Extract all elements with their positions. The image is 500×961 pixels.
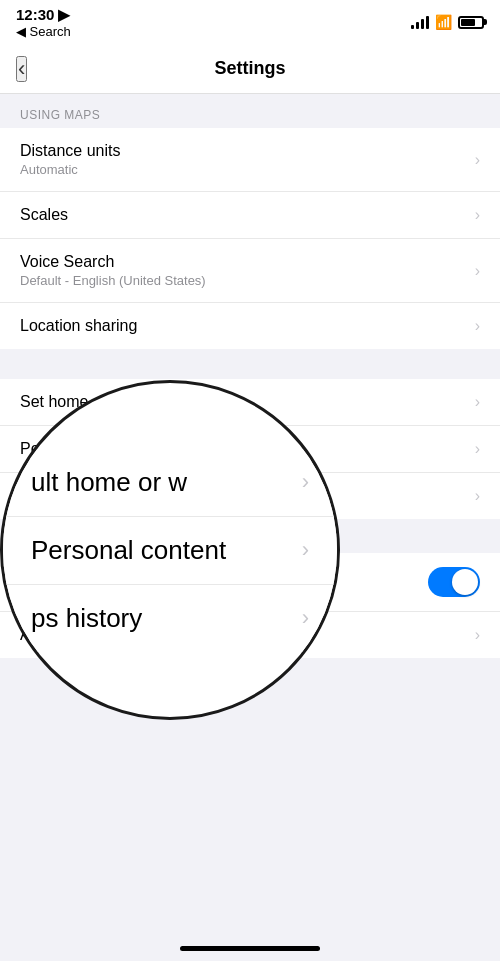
magnified-overlay: ult home or w › Personal content › ps hi…: [0, 380, 340, 720]
location-sharing-title: Location sharing: [20, 317, 137, 335]
mag-home-work-item[interactable]: ult home or w ›: [3, 449, 337, 517]
location-sharing-item[interactable]: Location sharing ›: [0, 303, 500, 349]
wifi-icon: 📶: [435, 14, 452, 30]
battery-icon: [458, 16, 484, 29]
shake-feedback-toggle-container: [428, 567, 480, 597]
status-right: 📶: [411, 14, 484, 30]
chevron-icon: ›: [475, 262, 480, 280]
page-wrapper: 12:30 ▶ ◀ Search 📶 ‹ Settings: [0, 0, 500, 961]
mag-trips-history-item[interactable]: ps history ›: [3, 585, 337, 652]
signal-bars-icon: [411, 15, 429, 29]
time-label: 12:30: [16, 6, 54, 23]
mag-trips-history-title: ps history: [31, 603, 142, 634]
chevron-icon: ›: [475, 317, 480, 335]
chevron-icon: ›: [475, 393, 480, 411]
status-time: 12:30 ▶: [16, 6, 71, 24]
mag-personal-content-item[interactable]: Personal content ›: [3, 517, 337, 585]
status-left: 12:30 ▶ ◀ Search: [16, 6, 71, 39]
home-indicator: [180, 946, 320, 951]
mag-chevron-icon: ›: [302, 537, 309, 563]
page-title: Settings: [214, 58, 285, 79]
using-maps-header: USING MAPS: [0, 94, 500, 128]
status-bar: 12:30 ▶ ◀ Search 📶: [0, 0, 500, 44]
chevron-icon: ›: [475, 206, 480, 224]
chevron-icon: ›: [475, 440, 480, 458]
location-icon: ▶: [58, 6, 70, 24]
toggle-knob: [452, 569, 478, 595]
chevron-icon: ›: [475, 151, 480, 169]
using-maps-card: Distance units Automatic › Scales › Voic…: [0, 128, 500, 349]
mag-personal-content-title: Personal content: [31, 535, 226, 566]
mag-chevron-icon: ›: [302, 469, 309, 495]
voice-search-title: Voice Search: [20, 253, 206, 271]
chevron-icon: ›: [475, 626, 480, 644]
scales-item[interactable]: Scales ›: [0, 192, 500, 239]
back-to-search[interactable]: ◀ Search: [16, 24, 71, 39]
voice-search-item[interactable]: Voice Search Default - English (United S…: [0, 239, 500, 303]
nav-bar: ‹ Settings: [0, 44, 500, 94]
distance-units-subtitle: Automatic: [20, 162, 121, 177]
distance-units-title: Distance units: [20, 142, 121, 160]
scales-title: Scales: [20, 206, 68, 224]
back-button[interactable]: ‹: [16, 56, 27, 82]
section-gap-1: [0, 349, 500, 379]
distance-units-item[interactable]: Distance units Automatic ›: [0, 128, 500, 192]
mag-home-work-title: ult home or w: [31, 467, 187, 498]
voice-search-subtitle: Default - English (United States): [20, 273, 206, 288]
chevron-icon: ›: [475, 487, 480, 505]
mag-chevron-icon: ›: [302, 605, 309, 631]
shake-feedback-toggle[interactable]: [428, 567, 480, 597]
